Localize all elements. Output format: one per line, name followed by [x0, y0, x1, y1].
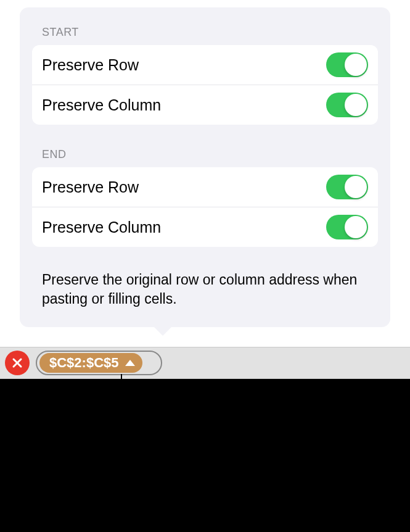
- cell-reference-token[interactable]: $C$2:$C$5: [39, 353, 142, 373]
- start-preserve-column: Preserve Column: [32, 85, 378, 125]
- toggle-knob: [345, 216, 367, 238]
- popover-arrow-icon: [153, 326, 173, 336]
- end-preserve-column: Preserve Column: [32, 207, 378, 247]
- chevron-up-icon: [125, 360, 135, 366]
- start-preserve-row-toggle[interactable]: [326, 52, 368, 77]
- start-preserve-column-toggle[interactable]: [326, 93, 368, 117]
- start-header: Start: [32, 26, 378, 39]
- toggle-label: Preserve Row: [42, 178, 139, 196]
- end-preserve-column-toggle[interactable]: [326, 215, 368, 239]
- toggle-label: Preserve Row: [42, 56, 139, 74]
- end-header: End: [32, 148, 378, 161]
- toggle-knob: [345, 176, 367, 198]
- start-preserve-row: Preserve Row: [32, 45, 378, 85]
- toggle-label: Preserve Column: [42, 218, 161, 236]
- callout-line: [121, 374, 122, 430]
- toggle-knob: [345, 94, 367, 116]
- toggle-label: Preserve Column: [42, 96, 161, 114]
- formula-capsule[interactable]: $C$2:$C$5: [36, 351, 162, 375]
- toggle-knob: [345, 54, 367, 76]
- formula-bar: $C$2:$C$5: [0, 347, 410, 379]
- close-icon: [11, 357, 23, 369]
- cell-reference-text: $C$2:$C$5: [49, 355, 119, 371]
- preserve-popover: Start Preserve Row Preserve Column End P…: [20, 7, 390, 327]
- end-preserve-row-toggle[interactable]: [326, 175, 368, 199]
- start-group: Preserve Row Preserve Column: [32, 45, 378, 125]
- end-preserve-row: Preserve Row: [32, 167, 378, 207]
- cancel-button[interactable]: [5, 351, 30, 375]
- end-group: Preserve Row Preserve Column: [32, 167, 378, 247]
- description-text: Preserve the original row or column addr…: [32, 270, 378, 309]
- content-area: [0, 379, 410, 532]
